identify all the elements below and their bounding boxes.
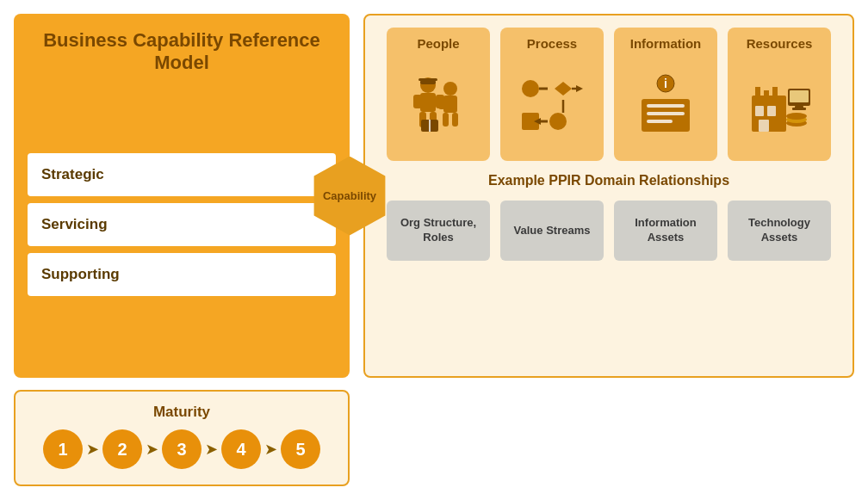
svg-rect-10: [438, 97, 445, 109]
maturity-step-4: 4: [221, 429, 261, 469]
maturity-title: Maturity: [33, 404, 331, 421]
maturity-step-5: 5: [281, 429, 320, 469]
ppir-icons-row: People: [379, 28, 839, 161]
domain-card-information-assets: Information Assets: [614, 201, 717, 261]
svg-point-24: [549, 113, 567, 130]
capability-hex-container: Capability: [310, 157, 389, 236]
bcr-title: Business Capability Reference Model: [28, 29, 336, 75]
maturity-arrow-3: ➤: [205, 440, 218, 459]
svg-rect-40: [759, 120, 769, 132]
svg-rect-39: [767, 106, 776, 116]
domain-card-technology-assets: Technology Assets: [728, 201, 831, 261]
top-row: Business Capability Reference Model Stra…: [14, 14, 854, 378]
process-icon: [518, 58, 586, 151]
maturity-box: Maturity 1 ➤ 2 ➤ 3 ➤ 4 ➤ 5: [14, 390, 350, 486]
ppir-card-process: Process: [500, 28, 604, 161]
domain-value-streams-label: Value Streams: [514, 224, 591, 238]
svg-rect-12: [443, 113, 449, 127]
maturity-step-2: 2: [102, 429, 142, 469]
ppir-domain-title: Example PPIR Domain Relationships: [379, 173, 839, 188]
ppir-resources-label: Resources: [747, 36, 813, 51]
ppir-card-people: People: [387, 28, 490, 161]
svg-rect-36: [764, 90, 769, 97]
domain-card-value-streams: Value Streams: [500, 201, 604, 261]
ppir-card-information: Information i: [614, 28, 717, 161]
domain-org-label: Org Structure, Roles: [394, 216, 483, 245]
bottom-row: Maturity 1 ➤ 2 ➤ 3 ➤ 4 ➤ 5: [14, 390, 854, 486]
capability-label: Capability: [323, 189, 376, 202]
svg-point-16: [522, 80, 539, 97]
maturity-step-1: 1: [43, 429, 83, 469]
bcr-row-strategic: Strategic: [28, 153, 336, 196]
maturity-arrow-4: ➤: [264, 440, 277, 459]
maturity-arrow-1: ➤: [86, 440, 99, 459]
svg-rect-35: [755, 87, 760, 97]
svg-rect-11: [450, 97, 457, 109]
svg-rect-31: [647, 104, 685, 108]
ppir-domain-row: Org Structure, Roles Value Streams Infor…: [379, 201, 839, 261]
domain-information-assets-label: Information Assets: [621, 216, 710, 245]
people-icon: [404, 58, 473, 151]
bcr-rows: Strategic Servicing Supporting: [28, 87, 336, 362]
svg-rect-32: [647, 112, 685, 115]
maturity-steps: 1 ➤ 2 ➤ 3 ➤ 4 ➤ 5: [33, 429, 331, 469]
ppir-people-label: People: [417, 36, 459, 51]
svg-rect-37: [772, 87, 778, 97]
maturity-step-3: 3: [162, 429, 202, 469]
svg-rect-4: [413, 95, 422, 108]
ppir-information-label: Information: [630, 36, 702, 51]
ppir-process-label: Process: [527, 36, 577, 51]
information-icon: i: [631, 58, 700, 151]
ppir-card-resources: Resources: [728, 28, 831, 161]
domain-card-org: Org Structure, Roles: [387, 201, 490, 261]
svg-point-47: [786, 113, 807, 120]
svg-marker-20: [576, 85, 583, 92]
svg-rect-2: [418, 78, 437, 81]
bcr-row-supporting: Supporting: [28, 253, 336, 296]
svg-text:i: i: [664, 77, 667, 90]
domain-technology-assets-label: Technology Assets: [735, 216, 824, 245]
capability-hex: Capability: [310, 157, 389, 236]
svg-marker-18: [555, 82, 572, 96]
svg-rect-38: [755, 106, 764, 116]
bcr-box: Business Capability Reference Model Stra…: [14, 14, 350, 378]
svg-rect-44: [792, 108, 806, 110]
maturity-arrow-2: ➤: [146, 440, 158, 459]
svg-rect-42: [790, 90, 809, 102]
bcr-row-servicing: Servicing: [28, 203, 336, 246]
ppir-box: People: [363, 14, 854, 378]
svg-rect-13: [452, 113, 458, 127]
svg-rect-33: [647, 120, 673, 123]
svg-point-8: [443, 82, 457, 96]
svg-rect-3: [420, 93, 436, 112]
main-container: Business Capability Reference Model Stra…: [0, 0, 868, 500]
resources-icon: [745, 58, 814, 151]
